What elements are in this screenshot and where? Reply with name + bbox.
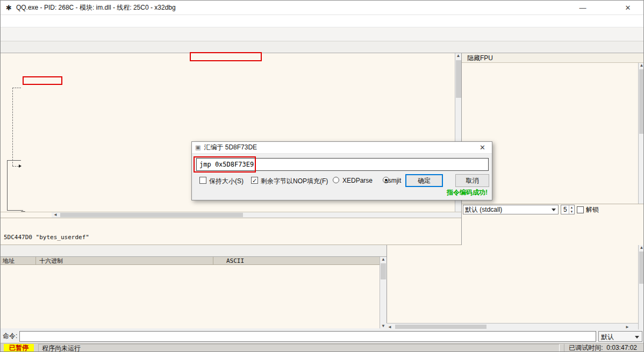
unlock-checkbox[interactable] — [577, 206, 584, 213]
status-message: 程序尚未运行 — [38, 344, 560, 352]
dump-header-hex: 十六进制 — [36, 257, 213, 264]
command-input[interactable] — [19, 331, 596, 342]
dialog-close-icon[interactable]: ✕ — [476, 143, 489, 152]
status-badge: 已暂停 — [4, 344, 34, 352]
nop-fill-label: 剩余字节以NOP填充(F) — [261, 177, 328, 186]
info-box: 5DC447D0 "bytes_userdef" .text:5D8F73DE … — [1, 218, 461, 245]
cancel-button[interactable]: 取消 — [455, 174, 489, 187]
command-profile-select[interactable]: 默认 — [598, 331, 642, 342]
status-bar: 已暂停 程序尚未运行 已调试时间: 0:03:47:02 — [1, 343, 644, 352]
chevron-down-icon — [635, 336, 639, 339]
hide-fpu-button[interactable]: 隐藏FPU — [462, 53, 644, 63]
dump-tabs — [1, 245, 387, 257]
dump-header-ascii: ASCII — [213, 257, 244, 264]
info-line-1: 5DC447D0 "bytes_userdef" — [4, 234, 458, 241]
keep-size-checkbox[interactable] — [199, 177, 206, 184]
title-bar: ✱ QQ.exe - PID: 268C - 模块: im.dll - 线程: … — [1, 1, 644, 15]
stack-panel[interactable] — [387, 245, 638, 329]
xedparse-label: XEDParse — [342, 177, 373, 184]
menu-bar — [1, 15, 644, 27]
assemble-dialog: ▣ 汇编于 5D8F73DE ✕ 保持大小(S) ✓ 剩余字节以NOP填充(F)… — [191, 141, 492, 200]
stack-hscrollbar[interactable]: ◄► — [387, 323, 638, 329]
dump-header-address: 地址 — [1, 257, 36, 264]
window-title: QQ.exe - PID: 268C - 模块: im.dll - 线程: 25… — [16, 3, 176, 12]
command-label: 命令: — [3, 332, 17, 341]
assemble-instruction-input[interactable] — [196, 158, 489, 171]
view-tabs — [1, 41, 644, 53]
debug-time: 已调试时间: 0:03:47:02 — [564, 344, 641, 352]
command-bar: 命令: 默认 — [1, 329, 644, 343]
ok-button[interactable]: 确定 — [405, 174, 443, 187]
x32dbg-window: ✱ QQ.exe - PID: 268C - 模块: im.dll - 线程: … — [0, 0, 644, 352]
arguments-panel: 默认 (stdcall) 5▲▼ 解锁 — [461, 204, 644, 245]
stack-scrollbar[interactable]: ▲ — [638, 245, 644, 329]
dump-scrollbar[interactable]: ▲▼ — [380, 257, 387, 328]
keep-size-label: 保持大小(S) — [209, 177, 244, 186]
encode-status: 指令编码成功! — [447, 188, 488, 197]
arg-count-spinner[interactable]: 5▲▼ — [561, 205, 575, 214]
dump-header: 地址 十六进制 ASCII — [1, 257, 387, 265]
asmjit-label: asmjit — [384, 177, 401, 184]
dialog-icon: ▣ — [195, 144, 201, 151]
xedparse-radio[interactable] — [333, 177, 339, 183]
dialog-title: 汇编于 5D8F73DE — [204, 143, 257, 152]
close-button[interactable]: ✕ — [616, 1, 640, 15]
chevron-down-icon — [552, 209, 556, 211]
spinner-arrows-icon[interactable]: ▲▼ — [569, 205, 574, 214]
unlock-label: 解锁 — [586, 205, 599, 214]
dialog-title-bar[interactable]: ▣ 汇编于 5D8F73DE ✕ — [192, 142, 492, 154]
calling-convention-select[interactable]: 默认 (stdcall) — [463, 205, 559, 214]
disasm-hscrollbar[interactable]: ◄ — [1, 212, 461, 218]
memory-dump[interactable] — [1, 265, 380, 328]
minimize-button[interactable]: — — [570, 1, 595, 15]
nop-fill-checkbox[interactable]: ✓ — [251, 177, 258, 184]
app-icon: ✱ — [6, 4, 12, 12]
toolbar — [1, 27, 644, 41]
